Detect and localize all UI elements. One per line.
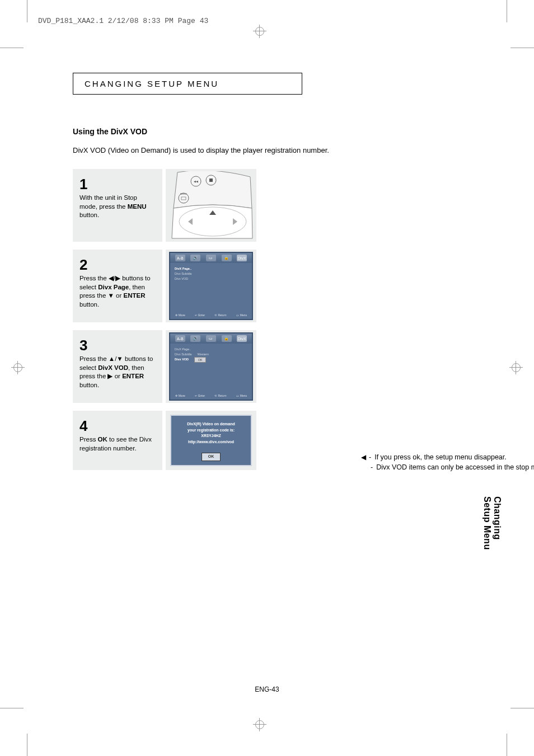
dvod-line2: your registration code is:	[171, 428, 251, 434]
svg-text:◀◀: ◀◀	[194, 180, 198, 183]
osd-screen: A-B 🔊 ▭ 🔒 DivX DivX Page.. Divx Subtitle…	[169, 252, 253, 320]
osd-menu: ▭ Menu	[236, 394, 247, 397]
bold-text: MENU	[128, 203, 147, 210]
intro-text: DivX VOD (Video on Demand) is used to di…	[73, 146, 498, 154]
osd-item-subtitle: Divx Subtitle	[175, 271, 247, 276]
step-osd-divxvod: A-B 🔊 ▭ 🔒 DivX DivX Page.. Divx Subtitle…	[166, 330, 256, 403]
registration-mark-right	[509, 361, 523, 374]
value: Western	[198, 352, 209, 357]
bullet-icon: -	[371, 463, 373, 471]
crop-mark	[0, 708, 24, 708]
crop-mark	[507, 0, 507, 22]
ok-badge: OK	[194, 357, 206, 363]
step-number: 2	[79, 257, 157, 272]
side-tab: Changing Setup Menu	[483, 487, 502, 560]
bullet-icon: -	[369, 453, 371, 461]
step-illustration-remote: ◀◀ MENU	[166, 169, 256, 242]
osd-return: ⟲ Return	[214, 394, 226, 397]
page-number: ENG-43	[0, 685, 534, 693]
svg-text:MENU: MENU	[180, 192, 187, 195]
note-1: ◀ - If you press ok, the setup menu disa…	[361, 453, 534, 461]
bold-text: ENTER	[124, 292, 146, 299]
dvod-url: http://www.divx.com/vod	[171, 439, 251, 445]
label: Divx VOD	[175, 357, 189, 363]
registration-mark-left	[11, 361, 25, 374]
osd-body: DivX Page.. Divx Subtitle Divx VOD	[170, 263, 252, 284]
crop-mark	[27, 734, 27, 756]
bold-text: DivX VOD	[98, 364, 128, 371]
dvod-ok-button: OK	[202, 453, 221, 461]
lang-icon: ▭	[206, 335, 216, 342]
arrow-left-icon: ◀	[361, 453, 366, 461]
ab-icon: A-B	[175, 335, 185, 342]
step-1: 1 With the unit in Stop mode, press the …	[73, 169, 498, 242]
osd-footer: ✥ Move ↵ Enter ⟲ Return ▭ Menu	[170, 394, 252, 397]
osd-topbar: A-B 🔊 ▭ 🔒 DivX	[170, 334, 252, 344]
crop-mark	[510, 708, 534, 708]
osd-menu: ▭ Menu	[236, 313, 247, 317]
osd-screen: A-B 🔊 ▭ 🔒 DivX DivX Page.. Divx Subtitle…	[169, 332, 253, 401]
note-2: - Divx VOD items can only be accessed in…	[361, 463, 534, 471]
step-description: Press OK to see the Divx registration nu…	[79, 435, 157, 453]
step-2: 2 Press the ◀/▶ buttons to select Divx P…	[73, 250, 498, 322]
bold-text: OK	[98, 436, 107, 443]
step-osd-registration: DivX(R) Video on demand your registratio…	[166, 411, 256, 470]
osd-item-divxpage: DivX Page..	[175, 266, 247, 271]
osd-move: ✥ Move	[175, 394, 185, 397]
registration-mark-bottom	[253, 718, 266, 731]
lang-icon: ▭	[206, 255, 216, 261]
remote-icon: ◀◀ MENU	[169, 171, 253, 240]
svg-rect-3	[209, 179, 213, 182]
note-text: Divx VOD items can only be accessed in t…	[376, 463, 534, 471]
text: button.	[79, 382, 99, 388]
step-description: With the unit in Stop mode, press the ME…	[79, 194, 157, 220]
line2: Setup Menu	[483, 496, 492, 550]
osd-move: ✥ Move	[175, 313, 185, 317]
crop-mark	[27, 0, 27, 22]
osd-item-vod: Divx VOD	[175, 276, 247, 281]
side-tab-text: Changing Setup Menu	[482, 496, 502, 550]
step-text: 2 Press the ◀/▶ buttons to select Divx P…	[73, 250, 162, 322]
step-description: Press the ◀/▶ buttons to select Divx Pag…	[79, 274, 157, 309]
osd-enter: ↵ Enter	[195, 313, 205, 317]
dvod-code: XR3YJ4HZ	[171, 433, 251, 439]
page-content: CHANGING SETUP MENU Using the DivX VOD D…	[73, 73, 498, 478]
text: button.	[79, 212, 99, 218]
line1: Changing	[493, 496, 502, 540]
section-title: CHANGING SETUP MENU	[85, 79, 291, 88]
lock-icon: 🔒	[222, 335, 232, 342]
crop-mark	[507, 734, 507, 756]
ab-icon: A-B	[175, 255, 185, 261]
osd-item-subtitle: Divx Subtitle Western	[175, 352, 247, 357]
registration-mark-top	[253, 25, 266, 38]
osd-list: DivX Page.. Divx Subtitle Western Divx V…	[175, 347, 247, 363]
step-number: 3	[79, 338, 157, 353]
step-number: 1	[79, 177, 157, 191]
registration-dialog: DivX(R) Video on demand your registratio…	[170, 415, 252, 466]
crop-mark	[510, 48, 534, 48]
osd-topbar: A-B 🔊 ▭ 🔒 DivX	[170, 253, 252, 263]
osd-enter: ↵ Enter	[195, 394, 205, 397]
step-description: Press the ▲/▼ buttons to select DivX VOD…	[79, 355, 157, 389]
osd-footer: ✥ Move ↵ Enter ⟲ Return ▭ Menu	[170, 313, 252, 317]
text: button.	[79, 301, 99, 308]
step-3: 3 Press the ▲/▼ buttons to select DivX V…	[73, 330, 498, 403]
dvod-line1: DivX(R) Video on demand	[171, 421, 251, 428]
crop-mark	[0, 48, 24, 48]
osd-list: DivX Page.. Divx Subtitle Divx VOD	[175, 266, 247, 281]
audio-icon: 🔊	[190, 335, 200, 342]
lock-icon: 🔒	[222, 255, 232, 261]
note-text: If you press ok, the setup menu disappea…	[374, 453, 507, 461]
section-title-box: CHANGING SETUP MENU	[73, 73, 302, 95]
osd-body: DivX Page.. Divx Subtitle Western Divx V…	[170, 344, 252, 366]
label: Divx Subtitle	[175, 352, 192, 357]
osd-item-divxpage: DivX Page..	[175, 347, 247, 352]
divx-icon: DivX	[237, 255, 247, 261]
osd-item-vod: Divx VOD OK	[175, 357, 247, 363]
step-text: 1 With the unit in Stop mode, press the …	[73, 169, 162, 242]
step-text: 4 Press OK to see the Divx registration …	[73, 411, 162, 470]
notes: ◀ - If you press ok, the setup menu disa…	[361, 453, 534, 471]
text: Press	[79, 436, 98, 443]
step-osd-divxpage: A-B 🔊 ▭ 🔒 DivX DivX Page.. Divx Subtitle…	[166, 250, 256, 322]
divx-icon: DivX	[237, 335, 247, 342]
